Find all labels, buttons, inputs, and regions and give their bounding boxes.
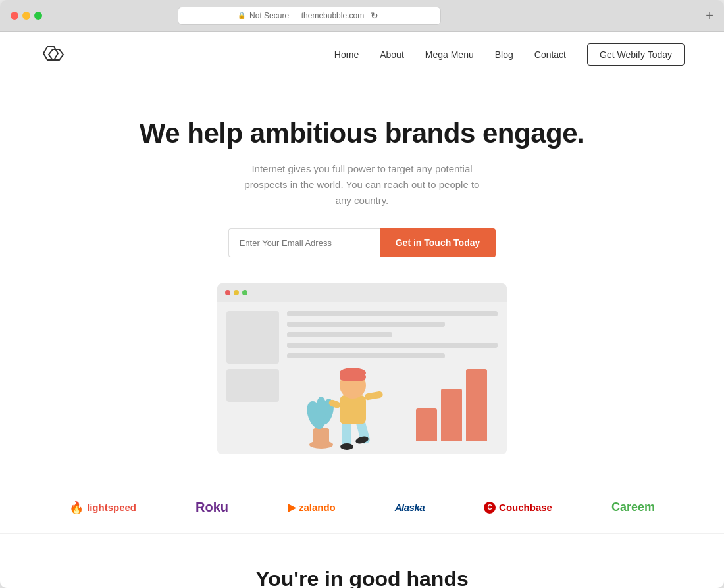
hero-subtitle: Internet gives you full power to target …	[237, 161, 487, 208]
mock-toolbar	[217, 283, 507, 302]
browser-toolbar: 🔒 Not Secure — themebubble.com ↻ +	[0, 0, 724, 32]
bar-2	[441, 389, 462, 441]
brand-zalando: ▶ zalando	[288, 501, 336, 514]
mock-dot-green	[242, 290, 247, 295]
hero-illustration	[217, 283, 507, 454]
svg-rect-13	[364, 391, 383, 401]
person-illustration	[301, 323, 394, 454]
couchbase-label: Couchbase	[499, 502, 552, 513]
svg-rect-11	[340, 395, 366, 424]
maximize-button[interactable]	[34, 12, 42, 20]
nav-link-blog[interactable]: Blog	[495, 49, 513, 60]
brand-careem: Careem	[611, 501, 655, 514]
nav-link-mega-menu[interactable]: Mega Menu	[425, 49, 474, 60]
alaska-label: Alaska	[395, 502, 425, 513]
good-hands-title: You're in good hands	[13, 567, 711, 588]
svg-point-9	[340, 443, 353, 450]
website-content: Home About Mega Menu Blog Contact Get We…	[0, 32, 724, 588]
svg-point-6	[316, 397, 326, 420]
hero-title: We help ambitious brands engage.	[13, 118, 711, 149]
lightspeed-label: lightspeed	[87, 502, 136, 513]
hero-section: We help ambitious brands engage. Interne…	[0, 78, 724, 481]
new-tab-button[interactable]: +	[706, 9, 713, 22]
roku-label: Roku	[195, 500, 228, 515]
refresh-button[interactable]: ↻	[368, 9, 381, 22]
bar-1	[416, 408, 437, 441]
mock-line-1	[287, 311, 498, 316]
mock-dot-red	[225, 290, 230, 295]
minimize-button[interactable]	[22, 12, 30, 20]
zalando-label: zalando	[299, 502, 336, 513]
mock-sidebar	[226, 311, 279, 445]
couchbase-icon: C	[484, 502, 496, 514]
svg-rect-3	[313, 428, 329, 447]
nav-cta-button[interactable]: Get Webify Today	[587, 43, 685, 66]
svg-rect-16	[340, 373, 366, 381]
good-hands-section: You're in good hands Fitst see how your …	[0, 534, 724, 588]
email-input[interactable]	[228, 228, 380, 257]
browser-window: 🔒 Not Secure — themebubble.com ↻ + Home …	[0, 0, 724, 588]
nav-link-contact[interactable]: Contact	[534, 49, 566, 60]
nav-link-home[interactable]: Home	[334, 49, 359, 60]
careem-label: Careem	[611, 501, 655, 514]
mock-block-1	[226, 311, 279, 364]
navbar: Home About Mega Menu Blog Contact Get We…	[0, 32, 724, 78]
cta-button[interactable]: Get in Touch Today	[380, 228, 496, 257]
mock-block-2	[226, 369, 279, 402]
address-bar[interactable]: 🔒 Not Secure — themebubble.com ↻	[178, 7, 441, 25]
lock-icon: 🔒	[238, 12, 246, 19]
nav-links: Home About Mega Menu Blog Contact Get We…	[334, 43, 685, 66]
bar-3	[466, 369, 487, 441]
browser-dots	[11, 12, 42, 20]
brand-couchbase: C Couchbase	[484, 502, 552, 514]
zalando-icon: ▶	[288, 501, 296, 514]
brand-alaska: Alaska	[395, 502, 425, 513]
brands-section: 🔥 lightspeed Roku ▶ zalando Alaska C Cou…	[0, 481, 724, 534]
nav-link-about[interactable]: About	[380, 49, 404, 60]
close-button[interactable]	[11, 12, 18, 20]
mock-dot-yellow	[234, 290, 239, 295]
logo-icon	[39, 45, 66, 64]
brand-lightspeed: 🔥 lightspeed	[69, 501, 136, 515]
url-text: Not Secure — themebubble.com	[249, 11, 364, 20]
logo[interactable]	[39, 45, 66, 64]
hero-form: Get in Touch Today	[13, 228, 711, 257]
bar-chart	[416, 369, 487, 441]
lightspeed-icon: 🔥	[69, 501, 84, 515]
illustration-container	[217, 283, 507, 454]
brand-roku: Roku	[195, 500, 228, 515]
